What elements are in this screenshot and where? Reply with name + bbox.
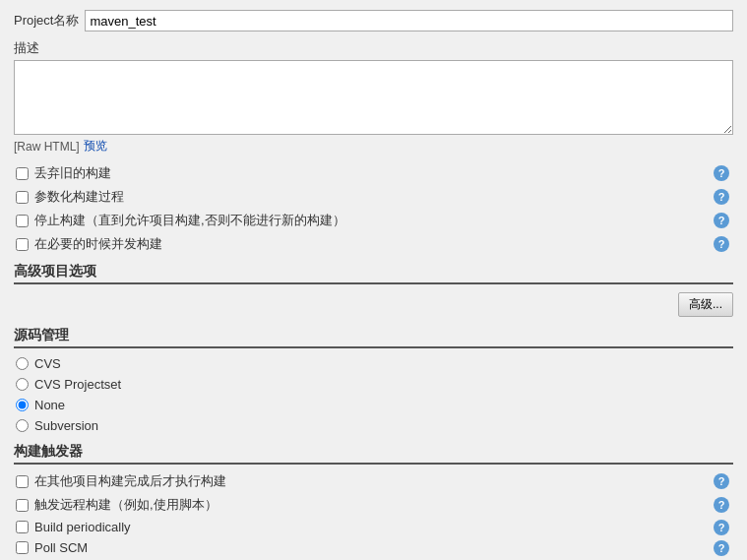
trigger-remote-checkbox[interactable] [16, 499, 29, 512]
advanced-section-header: 高级项目选项 [14, 263, 733, 284]
help-icon-build-periodically[interactable]: ? [714, 520, 729, 535]
help-icon-stop-build[interactable]: ? [714, 213, 729, 228]
stop-build-label: 停止构建（直到允许项目构建,否则不能进行新的构建） [34, 212, 345, 229]
advanced-row: 高级... [14, 292, 733, 317]
discard-old-checkbox[interactable] [16, 167, 29, 180]
parameterize-label: 参数化构建过程 [34, 188, 124, 206]
scm-section-header: 源码管理 [14, 327, 733, 348]
parameterize-checkbox[interactable] [16, 191, 29, 204]
poll-scm-checkbox[interactable] [16, 541, 29, 554]
discard-old-label: 丢弃旧的构建 [34, 164, 111, 182]
trigger-remote-label: 触发远程构建（例如,使用脚本） [34, 496, 218, 514]
raw-html-label: [Raw HTML] [14, 140, 80, 154]
checkbox-parameterize: 参数化构建过程 ? [14, 188, 733, 206]
scm-cvs-row: CVS [14, 356, 733, 371]
raw-html-row: [Raw HTML] 预览 [14, 138, 733, 155]
checkbox-discard-old: 丢弃旧的构建 ? [14, 164, 733, 182]
main-container: Project名称 描述 [Raw HTML] 预览 丢弃旧的构建 ? 参数化构… [0, 0, 747, 560]
build-periodically-checkbox[interactable] [16, 521, 29, 533]
checkbox-concurrent-build: 在必要的时候并发构建 ? [14, 235, 733, 253]
scm-cvs-radio[interactable] [16, 357, 29, 370]
help-icon-poll-scm[interactable]: ? [714, 540, 729, 556]
trigger-after-checkbox[interactable] [16, 475, 29, 488]
scm-cvs-projectset-row: CVS Projectset [14, 377, 733, 392]
description-section: 描述 [Raw HTML] 预览 [14, 39, 733, 155]
scm-cvs-label: CVS [34, 356, 61, 371]
concurrent-build-checkbox[interactable] [16, 238, 29, 251]
help-icon-discard-old[interactable]: ? [714, 165, 729, 181]
concurrent-build-label: 在必要的时候并发构建 [34, 235, 162, 253]
poll-scm-row: Poll SCM ? [14, 540, 733, 555]
scm-subversion-label: Subversion [34, 418, 98, 433]
help-icon-trigger-after[interactable]: ? [714, 473, 729, 489]
help-icon-trigger-remote[interactable]: ? [714, 497, 729, 513]
scm-subversion-radio[interactable] [16, 419, 29, 432]
preview-link[interactable]: 预览 [84, 138, 107, 155]
project-name-label: Project名称 [14, 12, 79, 30]
scm-none-row: None [14, 398, 733, 412]
trigger-after-row: 在其他项目构建完成后才执行构建 ? [14, 472, 733, 490]
build-periodically-row: Build periodically ? [14, 520, 733, 534]
build-periodically-label: Build periodically [34, 520, 131, 534]
scm-cvs-projectset-label: CVS Projectset [34, 377, 121, 392]
trigger-after-label: 在其他项目构建完成后才执行构建 [34, 472, 226, 490]
scm-none-label: None [34, 398, 65, 412]
scm-none-radio[interactable] [16, 399, 29, 411]
help-icon-parameterize[interactable]: ? [714, 189, 729, 205]
stop-build-checkbox[interactable] [16, 215, 29, 227]
project-name-input[interactable] [85, 10, 733, 31]
description-textarea[interactable] [14, 60, 733, 135]
help-icon-concurrent-build[interactable]: ? [714, 236, 729, 252]
scm-cvs-projectset-radio[interactable] [16, 378, 29, 391]
description-label: 描述 [14, 39, 733, 57]
triggers-section-header: 构建触发器 [14, 443, 733, 465]
advanced-button[interactable]: 高级... [678, 292, 733, 317]
scm-subversion-row: Subversion [14, 418, 733, 433]
project-name-row: Project名称 [14, 10, 733, 31]
checkbox-stop-build: 停止构建（直到允许项目构建,否则不能进行新的构建） ? [14, 212, 733, 229]
poll-scm-label: Poll SCM [34, 540, 88, 555]
trigger-remote-row: 触发远程构建（例如,使用脚本） ? [14, 496, 733, 514]
